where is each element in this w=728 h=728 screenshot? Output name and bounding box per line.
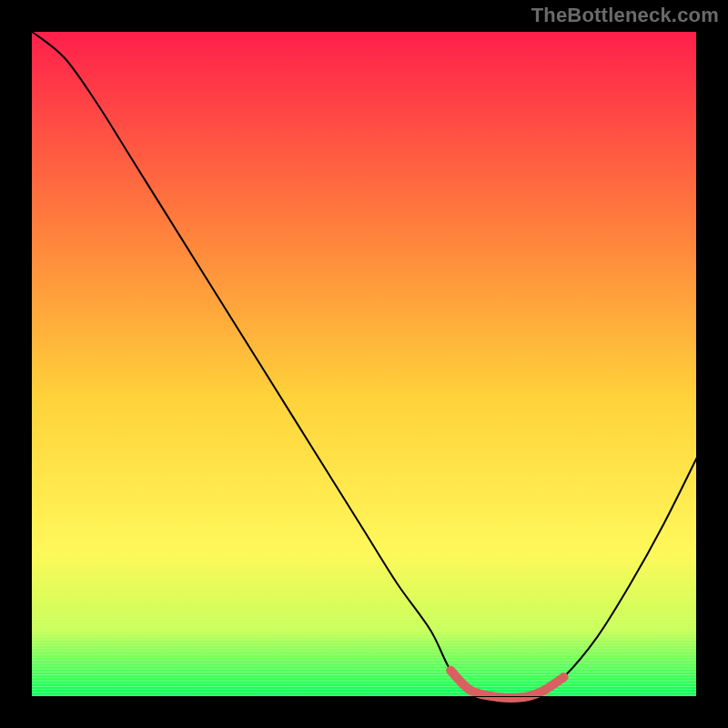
chart-stage: TheBottleneck.com	[0, 0, 728, 728]
bottleneck-curve-chart	[0, 0, 728, 728]
plot-background	[31, 31, 697, 697]
